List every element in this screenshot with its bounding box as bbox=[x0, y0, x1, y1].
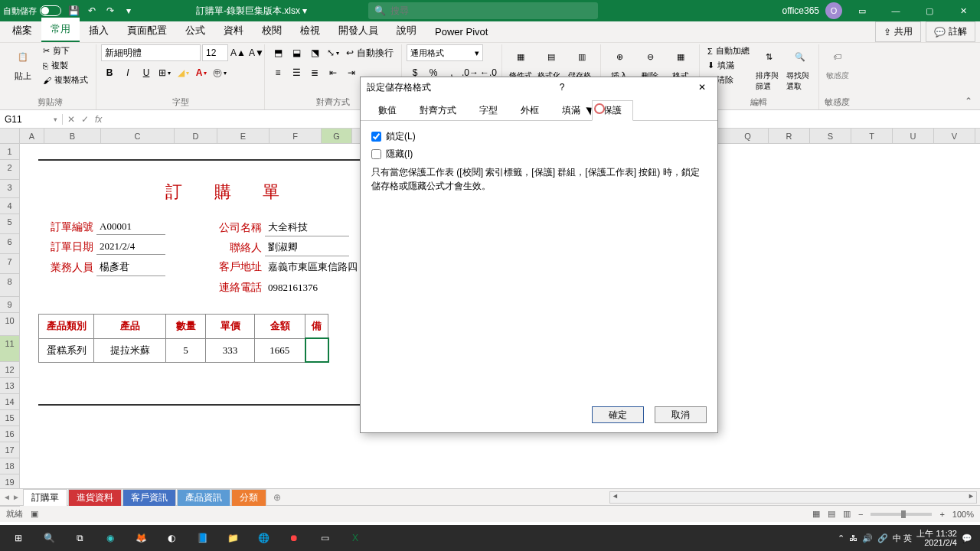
name-box[interactable]: G11 bbox=[0, 114, 63, 125]
font-size-combo[interactable] bbox=[202, 44, 228, 61]
view-normal-icon[interactable]: ▦ bbox=[812, 509, 820, 519]
align-right-icon[interactable]: ≣ bbox=[306, 64, 323, 81]
align-left-icon[interactable]: ≡ bbox=[270, 64, 286, 81]
number-format-combo[interactable]: 通用格式▾ bbox=[407, 44, 483, 61]
tab-layout[interactable]: 頁面配置 bbox=[118, 19, 176, 42]
task-view-icon[interactable]: ⧉ bbox=[64, 525, 95, 551]
font-name-combo[interactable] bbox=[101, 44, 201, 61]
increase-font-icon[interactable]: A▲ bbox=[230, 44, 247, 61]
maximize-button[interactable]: ▢ bbox=[916, 0, 943, 21]
fx-icon[interactable]: fx bbox=[95, 114, 102, 125]
row-header-5[interactable]: 5 bbox=[0, 214, 20, 234]
sheet-tab-product[interactable]: 產品資訊 bbox=[177, 489, 230, 506]
app-icon-2[interactable]: 📘 bbox=[187, 525, 217, 551]
sheet-tab-customer[interactable]: 客戶資訊 bbox=[122, 489, 176, 506]
col-header-a[interactable]: A bbox=[20, 129, 44, 143]
share-button[interactable]: ⇪共用 bbox=[875, 21, 921, 42]
orientation-icon[interactable]: ⤡ bbox=[325, 44, 341, 61]
tab-developer[interactable]: 開發人員 bbox=[329, 19, 387, 42]
dialog-tab-fill[interactable]: 填滿 bbox=[550, 100, 592, 121]
col-header-r[interactable]: R bbox=[769, 129, 810, 143]
document-title[interactable]: 訂購單-錄製巨集版本.xlsx ▾ bbox=[196, 5, 307, 18]
row-header-10[interactable]: 10 bbox=[0, 313, 20, 336]
align-center-icon[interactable]: ☰ bbox=[288, 64, 305, 81]
col-header-t[interactable]: T bbox=[851, 129, 893, 143]
zoom-out-icon[interactable]: − bbox=[858, 510, 863, 519]
collapse-ribbon-icon[interactable]: ⌃ bbox=[962, 93, 975, 109]
start-button[interactable]: ⊞ bbox=[3, 525, 34, 551]
macro-record-icon[interactable]: ▣ bbox=[31, 509, 38, 519]
paste-button[interactable]: 📋 貼上 bbox=[9, 44, 37, 82]
view-page-icon[interactable]: ▤ bbox=[828, 509, 835, 519]
row-header-1[interactable]: 1 bbox=[0, 144, 20, 160]
notifications-icon[interactable]: 💬 bbox=[962, 533, 972, 543]
new-sheet-button[interactable]: ⊕ bbox=[273, 492, 281, 503]
row-header-2[interactable]: 2 bbox=[0, 160, 20, 180]
cancel-formula-icon[interactable]: ✕ bbox=[67, 114, 75, 125]
row-header-16[interactable]: 16 bbox=[0, 426, 20, 442]
taskbar-search-icon[interactable]: 🔍 bbox=[34, 525, 64, 551]
record-icon[interactable]: ⏺ bbox=[279, 525, 309, 551]
enter-formula-icon[interactable]: ✓ bbox=[81, 114, 89, 125]
view-break-icon[interactable]: ▥ bbox=[843, 509, 851, 519]
autosave-toggle[interactable]: 自動儲存 bbox=[3, 5, 61, 17]
ok-button[interactable]: 確定 bbox=[592, 406, 644, 423]
bold-button[interactable]: B bbox=[101, 64, 118, 81]
excel-icon[interactable]: X bbox=[340, 525, 371, 551]
col-header-e[interactable]: E bbox=[217, 129, 270, 143]
redo-icon[interactable]: ↷ bbox=[104, 5, 116, 17]
decrease-indent-icon[interactable]: ⇤ bbox=[325, 64, 341, 81]
toggle-off-icon[interactable] bbox=[40, 5, 61, 16]
font-color-button[interactable]: A bbox=[193, 64, 210, 81]
horizontal-scrollbar[interactable] bbox=[609, 491, 977, 504]
phonetic-button[interactable]: ㊥ bbox=[211, 64, 228, 81]
align-bottom-icon[interactable]: ⬔ bbox=[306, 44, 323, 61]
sheet-tab-order[interactable]: 訂購單 bbox=[23, 489, 67, 506]
col-header-c[interactable]: C bbox=[101, 129, 175, 143]
tab-help[interactable]: 說明 bbox=[387, 19, 426, 42]
sheet-tab-category[interactable]: 分類 bbox=[231, 489, 266, 506]
wrap-text-button[interactable]: ↩自動換行 bbox=[343, 44, 397, 61]
comments-button[interactable]: 💬註解 bbox=[926, 21, 975, 42]
zoom-level[interactable]: 100% bbox=[952, 510, 974, 519]
tab-insert[interactable]: 插入 bbox=[80, 19, 118, 42]
row-header-3[interactable]: 3 bbox=[0, 180, 20, 198]
ime-indicator[interactable]: 中 英 bbox=[893, 533, 912, 544]
selected-cell[interactable] bbox=[305, 338, 328, 362]
row-header-11[interactable]: 11 bbox=[0, 336, 20, 362]
undo-icon[interactable]: ↶ bbox=[86, 5, 98, 17]
cut-button[interactable]: ✂剪下 bbox=[40, 44, 91, 57]
row-header-15[interactable]: 15 bbox=[0, 410, 20, 426]
align-top-icon[interactable]: ⬒ bbox=[270, 44, 286, 61]
tab-formulas[interactable]: 公式 bbox=[176, 19, 214, 42]
clock[interactable]: 上午 11:32 2021/2/4 bbox=[916, 529, 957, 547]
app-icon-3[interactable]: ▭ bbox=[309, 525, 340, 551]
decrease-font-icon[interactable]: A▼ bbox=[248, 44, 265, 61]
col-header-d[interactable]: D bbox=[175, 129, 217, 143]
row-header-13[interactable]: 13 bbox=[0, 378, 20, 394]
col-header-q[interactable]: Q bbox=[727, 129, 769, 143]
row-header-4[interactable]: 4 bbox=[0, 198, 20, 214]
tab-home[interactable]: 常用 bbox=[41, 18, 80, 42]
firefox-icon[interactable]: 🦊 bbox=[126, 525, 156, 551]
fill-color-button[interactable]: ◢ bbox=[175, 64, 191, 81]
border-button[interactable]: ⊞ bbox=[156, 64, 173, 81]
search-input[interactable] bbox=[390, 5, 592, 16]
dialog-tab-border[interactable]: 外框 bbox=[509, 100, 550, 121]
edge-icon[interactable]: ◉ bbox=[95, 525, 126, 551]
increase-indent-icon[interactable]: ⇥ bbox=[343, 64, 360, 81]
tab-data[interactable]: 資料 bbox=[214, 19, 253, 42]
qat-customize-icon[interactable]: ▾ bbox=[122, 5, 135, 17]
zoom-slider[interactable] bbox=[871, 513, 932, 516]
sheet-nav-left-icon[interactable]: ◄ bbox=[3, 493, 11, 501]
sync-icon[interactable]: 🔗 bbox=[877, 533, 888, 543]
col-header-v[interactable]: V bbox=[934, 129, 975, 143]
avatar[interactable]: O bbox=[825, 2, 842, 19]
hidden-checkbox[interactable] bbox=[371, 149, 381, 159]
row-header-18[interactable]: 18 bbox=[0, 458, 20, 474]
col-header-s[interactable]: S bbox=[810, 129, 851, 143]
minimize-button[interactable]: — bbox=[882, 0, 910, 21]
sensitivity-button[interactable]: 🏷敏感度 bbox=[824, 44, 851, 81]
network-icon[interactable]: 🖧 bbox=[849, 533, 858, 543]
locked-checkbox[interactable] bbox=[371, 132, 381, 142]
